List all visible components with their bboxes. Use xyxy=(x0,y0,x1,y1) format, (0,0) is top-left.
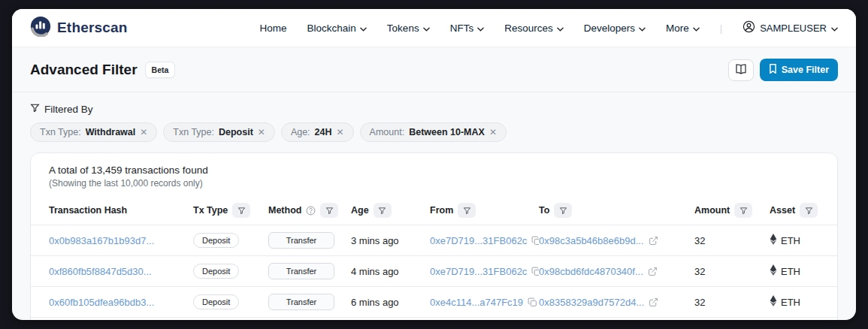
col-method: Method xyxy=(268,196,351,225)
chip-remove-icon[interactable]: ✕ xyxy=(337,128,344,137)
chevron-down-icon xyxy=(423,23,430,34)
to-address-link[interactable]: 0x98cbd6fdc4870340f... xyxy=(539,266,643,277)
to-filter-button[interactable] xyxy=(554,203,572,218)
transactions-card: A total of 13,459 transactions found (Sh… xyxy=(30,152,838,320)
nav-item-more[interactable]: More xyxy=(666,23,700,34)
saved-filters-button[interactable] xyxy=(728,59,754,81)
transactions-table: Transaction Hash Tx Type Method Age From… xyxy=(31,196,837,320)
etherscan-logo-icon xyxy=(30,16,51,40)
copy-icon[interactable] xyxy=(528,297,537,307)
method-badge[interactable]: Transfer xyxy=(268,263,334,279)
col-age: Age xyxy=(351,196,430,225)
filter-chip: Txn Type:Withdrawal✕ xyxy=(30,122,157,142)
chip-remove-icon[interactable]: ✕ xyxy=(489,128,497,137)
external-link-icon[interactable] xyxy=(648,267,658,276)
filter-chips: Txn Type:Withdrawal✕Txn Type:Deposit✕Age… xyxy=(30,122,838,142)
to-address-link[interactable]: 0x8358329a9d7572d4... xyxy=(539,297,644,308)
tx-hash-link[interactable]: 0x60fb105dfea96bdb3... xyxy=(49,297,154,308)
amount-value: 32 xyxy=(694,287,770,318)
table-row: 0x60fb105dfea96bdb3... Deposit Transfer … xyxy=(31,287,837,318)
chip-value: Between 10-MAX xyxy=(409,127,485,137)
method-badge[interactable]: Transfer xyxy=(268,294,334,310)
chip-remove-icon[interactable]: ✕ xyxy=(140,128,147,137)
to-address-link[interactable]: 0x98c3a5b46b8e6b9d... xyxy=(539,235,644,246)
from-filter-button[interactable] xyxy=(458,203,476,218)
chevron-down-icon xyxy=(557,23,564,34)
bookmark-icon xyxy=(769,64,777,76)
chevron-down-icon xyxy=(639,23,646,34)
tx-type-filter-button[interactable] xyxy=(232,203,250,218)
eth-icon xyxy=(770,264,777,278)
col-from: From xyxy=(430,196,539,225)
chevron-down-icon xyxy=(360,23,367,34)
nav-item-tokens[interactable]: Tokens xyxy=(387,23,430,34)
nav-item-nfts[interactable]: NFTs xyxy=(450,23,485,34)
from-address-link[interactable]: 0xe7D719...31FB062c xyxy=(430,266,527,277)
asset-symbol: ETH xyxy=(781,266,800,277)
chevron-down-icon xyxy=(693,23,700,34)
nav-user-menu[interactable]: SAMPLEUSER xyxy=(742,20,838,35)
page-title: Advanced Filter xyxy=(30,62,138,78)
tx-type-badge: Deposit xyxy=(193,264,239,279)
nav-links: Home Blockchain Tokens NFTs Resources De… xyxy=(260,20,838,35)
filter-chip: Age:24H✕ xyxy=(281,122,354,142)
external-link-icon[interactable] xyxy=(649,236,658,246)
age-value: 6 mins ago xyxy=(351,287,430,318)
copy-icon[interactable] xyxy=(531,236,539,246)
col-asset: Asset xyxy=(770,196,837,225)
filter-section-label: Filtered By xyxy=(44,104,93,115)
nav-item-home[interactable]: Home xyxy=(260,23,287,34)
from-address-link[interactable]: 0xe4c114...a747Fc19 xyxy=(430,297,523,308)
page-container: Etherscan Home Blockchain Tokens NFTs Re… xyxy=(12,9,856,320)
nav-item-blockchain[interactable]: Blockchain xyxy=(307,23,367,34)
chip-label: Txn Type: xyxy=(40,127,81,137)
col-amount: Amount xyxy=(694,196,770,225)
top-navbar: Etherscan Home Blockchain Tokens NFTs Re… xyxy=(12,9,856,47)
chevron-down-icon xyxy=(831,23,838,34)
copy-icon[interactable] xyxy=(531,267,539,276)
nav-item-resources[interactable]: Resources xyxy=(504,23,564,34)
filter-chip: Txn Type:Deposit✕ xyxy=(163,122,275,142)
table-header-row: Transaction Hash Tx Type Method Age From… xyxy=(31,196,837,225)
filter-section: Filtered By Txn Type:Withdrawal✕Txn Type… xyxy=(12,92,856,142)
chip-value: Withdrawal xyxy=(86,127,136,137)
chip-label: Age: xyxy=(291,127,310,137)
amount-value: 32 xyxy=(694,318,770,321)
table-row: 0xc0ef99b287e599ca9... Deposit Transfer … xyxy=(31,318,837,321)
summary-subnote: (Showing the last 10,000 records only) xyxy=(49,178,819,189)
table-row: 0x0b983a167b1b93d7... Deposit Transfer 3… xyxy=(31,225,837,256)
asset-filter-button[interactable] xyxy=(800,203,818,218)
nav-item-developers[interactable]: Developers xyxy=(584,23,646,34)
table-summary: A total of 13,459 transactions found (Sh… xyxy=(31,153,837,196)
from-address-link[interactable]: 0xe7D719...31FB062c xyxy=(430,235,527,246)
tx-hash-link[interactable]: 0xf860fb5f8847d5d30... xyxy=(49,266,152,277)
method-badge[interactable]: Transfer xyxy=(268,232,334,249)
page-header: Advanced Filter Beta Save Filter xyxy=(12,47,856,92)
asset-symbol: ETH xyxy=(781,297,800,308)
question-circle-icon[interactable] xyxy=(306,206,316,216)
save-filter-button[interactable]: Save Filter xyxy=(760,59,838,81)
external-link-icon[interactable] xyxy=(649,297,658,307)
table-row: 0xf860fb5f8847d5d30... Deposit Transfer … xyxy=(31,256,837,287)
method-filter-button[interactable] xyxy=(320,203,338,218)
col-to: To xyxy=(539,196,694,225)
age-value: 3 mins ago xyxy=(351,225,430,256)
eth-icon xyxy=(770,234,777,247)
age-value: 19 mins ago xyxy=(351,318,430,321)
nav-separator: | xyxy=(720,23,722,34)
beta-badge: Beta xyxy=(145,62,176,78)
age-filter-button[interactable] xyxy=(374,203,392,218)
chip-label: Amount: xyxy=(370,127,405,137)
chip-remove-icon[interactable]: ✕ xyxy=(258,128,265,137)
amount-filter-button[interactable] xyxy=(734,203,752,218)
etherscan-logo[interactable]: Etherscan xyxy=(30,16,128,40)
user-icon xyxy=(742,20,755,35)
brand-name: Etherscan xyxy=(57,20,128,36)
chip-value: 24H xyxy=(315,127,332,137)
chip-value: Deposit xyxy=(219,127,253,137)
table-body: 0x0b983a167b1b93d7... Deposit Transfer 3… xyxy=(31,225,837,321)
col-tx-type: Tx Type xyxy=(193,196,268,225)
tx-type-badge: Deposit xyxy=(193,233,239,248)
tx-hash-link[interactable]: 0x0b983a167b1b93d7... xyxy=(49,235,154,246)
summary-text: A total of 13,459 transactions found xyxy=(49,164,819,176)
